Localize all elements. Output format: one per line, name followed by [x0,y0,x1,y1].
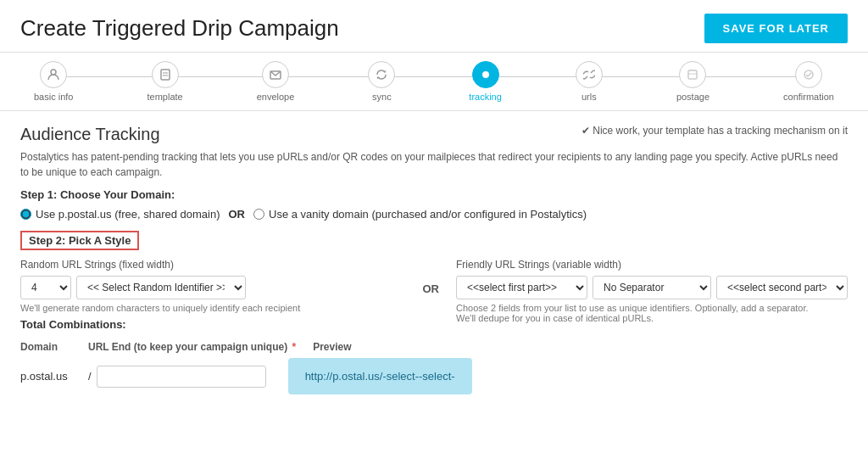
confirmation-icon [795,61,822,88]
save-for-later-button[interactable]: SAVE FOR LATER [704,14,848,43]
friendly-url-title: Friendly URL Strings (variable width) [456,259,848,271]
header: Create Triggered Drip Campaign SAVE FOR … [0,0,868,53]
url-headers-row: Domain URL End (to keep your campaign un… [20,341,848,353]
friendly-hint: Choose 2 fields from your list to use as… [456,303,812,323]
first-part-select[interactable]: <<select first part>> [456,276,587,299]
tracking-icon [472,61,499,88]
confirmation-label: confirmation [783,92,834,102]
step2-header: Step 2: Pick A Style [20,231,139,250]
sync-label: sync [372,92,392,102]
main-content: Audience Tracking ✔ Nice work, your temp… [0,111,868,408]
second-part-select[interactable]: <<select second part>> [716,276,848,299]
or-label: OR [229,208,246,221]
svg-rect-1 [161,70,170,80]
basic-info-label: basic info [34,92,73,102]
wizard-steps: basic info template envelope sync tracki… [0,53,868,111]
domain-option2-label[interactable]: Use a vanity domain (purchased and/or co… [253,208,587,221]
postage-icon [679,61,706,88]
page-title: Create Triggered Drip Campaign [20,15,339,42]
slash-separator: / [88,370,92,383]
total-combinations: Total Combinations: [20,318,406,331]
domain-option1-radio[interactable] [20,209,31,220]
audience-title: Audience Tracking [20,125,160,144]
random-hint: We'll generate random characters to uniq… [20,303,406,313]
template-label: template [147,92,182,102]
random-url-controls: 4 5 6 7 8 << Select Random Identifier >> [20,276,406,299]
wizard-step-template[interactable]: template [147,61,182,102]
domain-header: Domain [20,341,88,353]
domain-value: p.ostal.us [20,370,83,383]
domain-option2-radio[interactable] [253,209,264,220]
audience-header: Audience Tracking ✔ Nice work, your temp… [20,125,848,144]
step1-radio-row: Use p.postal.us (free, shared domain) OR… [20,208,848,221]
preview-box: http://p.ostal.us/-select--select- [288,358,472,394]
url-end-input[interactable] [97,366,266,388]
tracking-label: tracking [469,92,502,102]
urls-icon [576,61,603,88]
sync-icon [368,61,395,88]
svg-rect-6 [688,70,697,79]
preview-header: Preview [313,341,351,353]
envelope-label: envelope [257,92,295,102]
style-columns: Random URL Strings (fixed width) 4 5 6 7… [20,259,848,331]
or-between-label: OR [423,282,440,295]
separator-select[interactable]: No Separator Dash Underscore [593,276,711,299]
random-url-title: Random URL Strings (fixed width) [20,259,406,271]
friendly-url-controls: <<select first part>> No Separator Dash … [456,276,848,299]
wizard-step-envelope[interactable]: envelope [257,61,295,102]
style-or-divider: OR [423,259,440,295]
svg-point-5 [482,71,489,78]
random-identifier-select[interactable]: << Select Random Identifier >> [76,276,246,299]
audience-description: Postalytics has patent-pending tracking … [20,149,848,180]
wizard-step-sync[interactable]: sync [368,61,395,102]
urlend-header: URL End (to keep your campaign unique) * [88,341,296,353]
friendly-url-col: Friendly URL Strings (variable width) <<… [456,259,848,323]
template-icon [152,61,179,88]
step1-label: Step 1: Choose Your Domain: [20,188,848,201]
url-inputs-row: p.ostal.us / http://p.ostal.us/-select--… [20,358,848,394]
wizard-step-tracking[interactable]: tracking [469,61,502,102]
wizard-step-postage[interactable]: postage [676,61,709,102]
domain-option1-label[interactable]: Use p.postal.us (free, shared domain) [20,208,220,221]
wizard-step-urls[interactable]: urls [576,61,603,102]
domain-option2-text: Use a vanity domain (purchased and/or co… [269,208,587,221]
svg-point-0 [51,70,56,75]
basic-info-icon [40,61,67,88]
url-section: Domain URL End (to keep your campaign un… [20,341,848,394]
random-url-col: Random URL Strings (fixed width) 4 5 6 7… [20,259,406,331]
random-width-select[interactable]: 4 5 6 7 8 [20,276,71,299]
envelope-icon [262,61,289,88]
nice-work-badge: ✔ Nice work, your template has a trackin… [581,125,848,137]
domain-option1-text: Use p.postal.us (free, shared domain) [36,208,220,221]
wizard-step-confirmation[interactable]: confirmation [783,61,834,102]
postage-label: postage [676,92,709,102]
wizard-step-basic-info[interactable]: basic info [34,61,73,102]
urls-label: urls [581,92,597,102]
